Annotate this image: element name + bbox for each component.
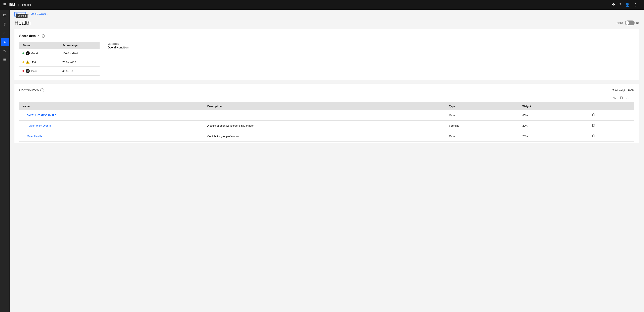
svg-rect-25: [592, 135, 594, 137]
description-value: Overall condition: [108, 46, 128, 49]
chevron-down-icon[interactable]: ⌄: [22, 114, 24, 117]
svg-rect-11: [592, 114, 594, 116]
contributors-header-left: Contributors i: [19, 88, 44, 92]
dot-red: [22, 70, 24, 72]
svg-rect-7: [4, 59, 6, 59]
contributor-weight: 20%: [519, 121, 588, 131]
contributor-description: Contributor group of meters: [204, 131, 446, 141]
svg-point-2: [4, 41, 6, 43]
toggle-container: No: [625, 21, 639, 25]
contributor-name-cell: ⌄ FACRULYEARSSAMPLE: [19, 110, 204, 121]
warn-icon: [26, 60, 30, 64]
score-status-table: Status Score range ✓ Good 100.0: [19, 42, 100, 76]
sidebar-item-configuration[interactable]: [1, 47, 9, 55]
score-details-header: Score details i: [19, 34, 634, 38]
add-icon[interactable]: +: [632, 95, 634, 100]
contributor-link[interactable]: FACRULYEARSSAMPLE: [27, 114, 56, 117]
svg-point-6: [4, 50, 6, 51]
status-fair: Fair: [19, 58, 59, 67]
dot-green: [22, 53, 24, 54]
sidebar-item-location[interactable]: [1, 20, 9, 28]
contributor-weight: 60%: [519, 110, 588, 121]
sidebar-item-health[interactable]: [1, 38, 9, 46]
range-good: 100.0 - >70.0: [59, 49, 100, 58]
table-row: Fair 70.0 - >40.0: [19, 58, 100, 67]
range-poor: 40.0 - 0.0: [59, 67, 100, 76]
contributor-type: Group: [446, 110, 519, 121]
sidebar-item-more[interactable]: [1, 56, 9, 64]
help-icon[interactable]: ?: [619, 3, 621, 7]
description-label: Description: [108, 43, 128, 45]
status-poor: ✕ Poor: [19, 67, 59, 76]
label-good: Good: [31, 52, 38, 55]
contributor-name-cell: ⌄ Meter Health: [19, 131, 204, 141]
table-row: ✕ Poor 40.0 - 0.0: [19, 67, 100, 76]
contributor-delete-cell: [588, 110, 634, 121]
user-icon[interactable]: 👤: [625, 3, 630, 7]
edit-icon[interactable]: ✎: [613, 96, 616, 100]
contributor-type: Group: [446, 131, 519, 141]
svg-point-3: [4, 41, 5, 41]
label-poor: Poor: [31, 70, 37, 73]
active-toggle[interactable]: [625, 21, 634, 25]
total-weight: Total weight: 100%: [612, 89, 634, 92]
delete-icon[interactable]: [592, 113, 595, 117]
sidebar-item-analytics[interactable]: [1, 29, 9, 37]
hamburger-menu-icon[interactable]: ☰: [3, 3, 6, 7]
toggle-state-label: No: [636, 22, 639, 24]
breadcrumb-project-link[interactable]: s123think2022: [31, 13, 46, 16]
svg-rect-10: [620, 97, 622, 99]
brand-separator: |: [18, 3, 19, 7]
svg-rect-8: [4, 59, 6, 60]
col-type: Type: [446, 102, 519, 110]
col-score-range: Score range: [59, 42, 100, 49]
ibm-brand: IBM: [9, 3, 15, 7]
table-row: Open Work Orders A count of open work or…: [19, 121, 634, 131]
col-description: Description: [204, 102, 446, 110]
breadcrumb: Scoring ← s123think2022 /: [10, 10, 644, 18]
page-title: Health: [14, 20, 31, 26]
contributor-type: Formula: [446, 121, 519, 131]
contributor-name-cell-indented: Open Work Orders: [19, 121, 204, 131]
x-icon: ✕: [26, 69, 30, 73]
contributor-delete-cell: [588, 131, 634, 141]
contributor-delete-cell: [588, 121, 634, 131]
active-section: Active No: [617, 21, 639, 25]
page-header: Health Active No: [10, 18, 644, 29]
settings-icon[interactable]: ⚙: [612, 3, 615, 7]
score-details-info-icon[interactable]: i: [41, 34, 44, 38]
check-icon: ✓: [26, 51, 30, 55]
contributor-description: [204, 110, 446, 121]
score-details-title: Score details: [19, 34, 39, 38]
sidebar-item-messages[interactable]: [1, 11, 9, 19]
main-content: Scoring ← s123think2022 / Scoring Health…: [10, 10, 644, 312]
range-fair: 70.0 - >40.0: [59, 58, 100, 67]
dot-yellow: [22, 61, 24, 63]
svg-rect-18: [592, 124, 594, 127]
formula-icon[interactable]: fx: [626, 96, 628, 100]
left-sidebar: [0, 10, 10, 312]
contributor-description: A count of open work orders in Manager: [204, 121, 446, 131]
toggle-knob: [626, 21, 629, 25]
contributor-link[interactable]: Open Work Orders: [29, 124, 51, 127]
breadcrumb-separator: /: [48, 13, 48, 16]
col-status: Status: [19, 42, 59, 49]
table-row: ✓ Good 100.0 - >70.0: [19, 49, 100, 58]
contributors-title: Contributors: [19, 88, 39, 92]
svg-point-1: [4, 23, 6, 25]
copy-icon[interactable]: [619, 95, 623, 100]
scoring-tooltip: Scoring: [16, 14, 28, 18]
delete-icon[interactable]: [592, 134, 595, 138]
contributors-toolbar: ✎ fx +: [19, 93, 634, 102]
contributors-info-icon[interactable]: i: [40, 88, 44, 92]
chevron-down-icon[interactable]: ⌄: [22, 135, 24, 138]
contributor-weight: 20%: [519, 131, 588, 141]
top-navigation: ☰ IBM | Predict ⚙ ? 👤 ⋮⋮: [0, 0, 644, 10]
table-row: ⌄ FACRULYEARSSAMPLE Group 60%: [19, 110, 634, 121]
col-actions: [588, 102, 634, 110]
status-good: ✓ Good: [19, 49, 59, 58]
contributors-card: Contributors i Total weight: 100% ✎ fx +…: [14, 84, 639, 143]
grid-icon[interactable]: ⋮⋮: [634, 3, 641, 7]
delete-icon[interactable]: [592, 124, 595, 128]
contributor-link[interactable]: Meter Health: [27, 135, 42, 138]
